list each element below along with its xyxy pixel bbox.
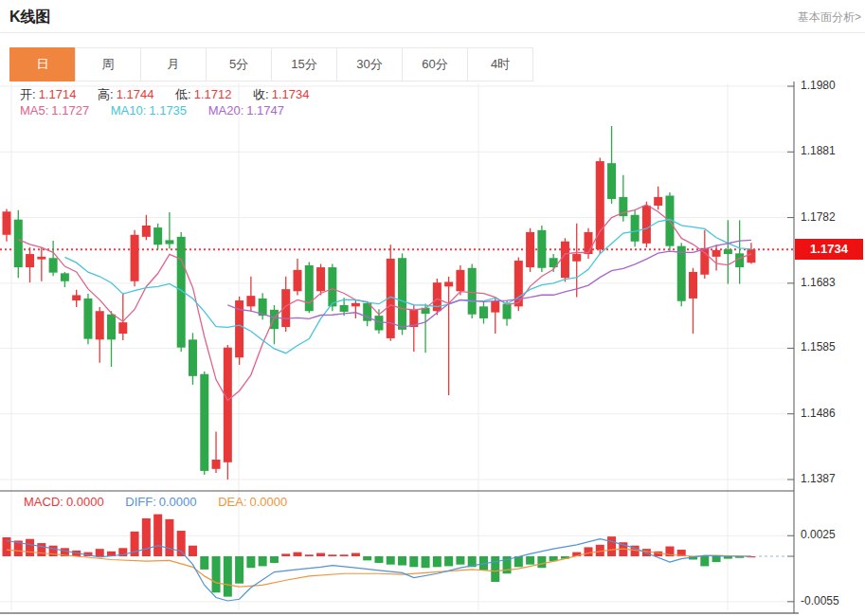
period-tab-bar: 日 周 月 5分 15分 30分 60分 4时 [9,47,533,82]
ohlc-high: 高:1.1744 [95,87,153,101]
diff-value: DIFF:0.0000 [122,495,196,509]
ohlc-readout: 开:1.1714 高:1.1744 低:1.1712 收:1.1734 [17,86,324,103]
macd-readout: MACD:0.0000 DIFF:0.0000 DEA:0.0000 [21,495,302,509]
ohlc-open: 开:1.1714 [17,87,76,101]
tab-30min[interactable]: 30分 [336,47,403,82]
tab-5min[interactable]: 5分 [206,47,272,82]
kline-page: K线图 基本面分析> 日 周 月 5分 15分 30分 60分 4时 开:1.1… [0,0,865,616]
ma20-readout: MA20:1.1747 [206,103,284,118]
fundamental-analysis-link[interactable]: 基本面分析> [798,9,861,26]
macd-value: MACD:0.0000 [21,495,104,509]
ma-readout: MA5:1.1727 MA10:1.1735 MA20:1.1747 [17,103,299,118]
ma10-readout: MA10:1.1735 [108,103,187,118]
tab-week[interactable]: 周 [75,47,141,82]
ohlc-close: 收:1.1734 [250,87,309,101]
page-title: K线图 [9,8,51,27]
tab-15min[interactable]: 15分 [271,47,337,82]
ma5-readout: MA5:1.1727 [17,103,89,118]
ohlc-low: 低:1.1712 [172,87,231,101]
last-price-tag: 1.1734 [795,239,863,260]
tab-month[interactable]: 月 [140,47,207,82]
tab-60min[interactable]: 60分 [402,47,468,82]
tab-4hour[interactable]: 4时 [467,47,533,82]
dea-value: DEA:0.0000 [215,495,287,509]
tab-day[interactable]: 日 [9,47,76,82]
